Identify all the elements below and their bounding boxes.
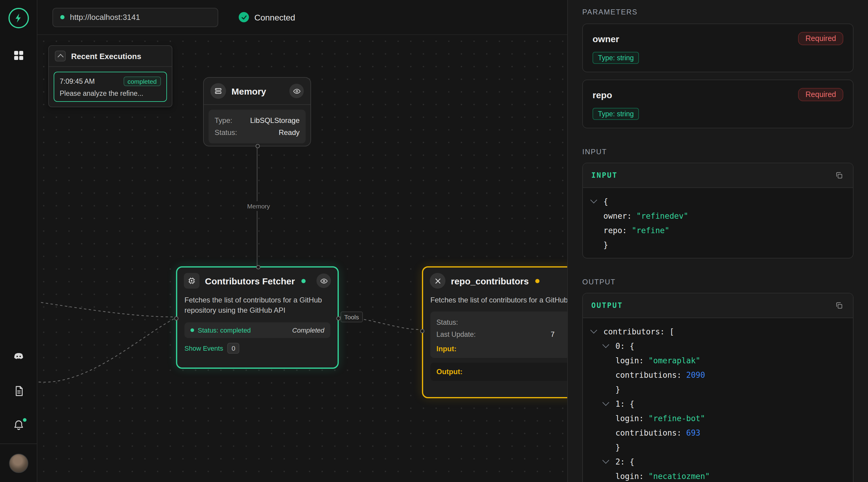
tool-output-section: Output:: [430, 363, 567, 381]
tool-description: Fetches the list of contributors for a G…: [423, 294, 567, 306]
tool-input-label: Input:: [436, 345, 567, 353]
eye-icon[interactable]: [289, 84, 304, 98]
execution-item[interactable]: 7:09:45 AM completed Please analyze the …: [54, 72, 167, 102]
sidebar-divider: [0, 444, 37, 444]
chevron-down-icon[interactable]: [591, 200, 603, 202]
eye-icon[interactable]: [316, 274, 331, 288]
check-icon: [239, 12, 249, 22]
tool-node-title: repo_contributors: [451, 276, 529, 286]
json-line: }: [591, 440, 844, 454]
memory-node-details: Type: LibSQLStorage Status: Ready: [209, 110, 306, 143]
tool-output-label: Output:: [436, 368, 567, 376]
execution-time: 7:09:45 AM: [60, 78, 95, 85]
json-line: repo: "refine": [591, 223, 844, 237]
memory-icon: [210, 83, 226, 99]
repo-contributors-node[interactable]: repo_contributors Fetches the list of co…: [422, 266, 567, 398]
sidebar: [0, 0, 37, 482]
param-card-owner: owner Required Type: string: [582, 24, 854, 72]
chevron-down-icon[interactable]: [591, 330, 603, 332]
apps-grid-icon[interactable]: [11, 48, 26, 63]
json-line: {: [591, 194, 844, 208]
required-badge: Required: [798, 88, 843, 101]
show-events-link[interactable]: Show Events: [184, 345, 223, 352]
avatar[interactable]: [9, 454, 28, 473]
tool-status-section: Status: Last Update: 7 Input:: [430, 312, 567, 358]
discord-icon[interactable]: [11, 349, 26, 364]
chevron-down-icon[interactable]: [603, 460, 615, 463]
edge-label-memory: Memory: [244, 201, 273, 211]
workflow-canvas[interactable]: Memory Tools Recent Executions 7:09:45 A…: [37, 35, 567, 482]
json-line: login: "necatiozmen": [591, 469, 844, 482]
fetcher-input-handle[interactable]: [256, 265, 260, 269]
fetcher-active-dot: [301, 279, 306, 283]
output-card: OUTPUT contributors: [0: {login: "omerap…: [582, 293, 854, 482]
json-line: login: "refine-bot": [591, 411, 844, 425]
input-section-title: INPUT: [582, 148, 854, 156]
docs-icon[interactable]: [11, 384, 26, 398]
execution-status-badge: completed: [123, 76, 161, 86]
fetcher-status-value: Completed: [292, 327, 324, 334]
type-badge: Type: string: [592, 52, 639, 64]
url-status-dot: [60, 15, 64, 19]
recent-executions-title: Recent Executions: [71, 52, 141, 61]
output-json-tree: contributors: [0: {login: "omeraplak"con…: [583, 318, 853, 482]
app-root: http://localhost:3141 Connected Memory T…: [0, 0, 868, 482]
connection-status: Connected: [239, 12, 295, 22]
tool-left-handle[interactable]: [420, 329, 424, 333]
memory-node[interactable]: Memory Type: LibSQLStorage Status: Ready: [203, 77, 311, 147]
contributors-fetcher-node[interactable]: Contributors Fetcher Fetches the list of…: [176, 266, 339, 369]
execution-message: Please analyze the refine...: [60, 90, 161, 97]
json-line: }: [591, 237, 844, 252]
input-card-title: INPUT: [591, 171, 618, 180]
json-line: }: [591, 382, 844, 396]
param-card-repo: repo Required Type: string: [582, 79, 854, 128]
fetcher-right-handle[interactable]: [336, 316, 341, 321]
type-badge: Type: string: [592, 108, 639, 120]
agent-chip-icon: [184, 273, 199, 289]
chevron-down-icon[interactable]: [603, 345, 615, 347]
json-line: login: "omeraplak": [591, 353, 844, 367]
output-section-title: OUTPUT: [582, 278, 854, 286]
json-line: contributions: 2090: [591, 367, 844, 382]
parameters-section-title: PARAMETERS: [582, 8, 854, 16]
copy-icon[interactable]: [834, 170, 844, 181]
memory-status-row: Status: Ready: [215, 127, 300, 138]
json-line: 0: {: [591, 339, 844, 353]
collapse-button[interactable]: [55, 51, 66, 61]
output-card-title: OUTPUT: [591, 301, 623, 310]
memory-output-handle[interactable]: [255, 144, 260, 148]
json-line: owner: "refinedev": [591, 208, 844, 223]
param-name: owner: [592, 33, 619, 44]
tools-icon: [430, 273, 445, 289]
connection-status-label: Connected: [254, 12, 295, 22]
edge-label-tools: Tools: [341, 312, 363, 322]
required-badge: Required: [798, 32, 843, 45]
fetcher-status-text: Status: completed: [198, 327, 251, 334]
recent-executions-panel: Recent Executions 7:09:45 AM completed P…: [48, 45, 173, 107]
bell-icon[interactable]: [11, 418, 26, 432]
recent-executions-header: Recent Executions: [49, 46, 172, 67]
fetcher-status-bar: Status: completed Completed: [184, 322, 330, 338]
input-card: INPUT {owner: "refinedev"repo: "refine"}: [582, 163, 854, 258]
json-line: contributors: [: [591, 324, 844, 339]
notification-dot: [22, 418, 27, 422]
input-json-tree: {owner: "refinedev"repo: "refine"}: [583, 188, 853, 258]
recent-executions-body: 7:09:45 AM completed Please analyze the …: [49, 67, 172, 107]
details-panel: PARAMETERS owner Required Type: string r…: [567, 0, 868, 482]
bolt-logo-icon[interactable]: [8, 8, 29, 28]
fetcher-node-title: Contributors Fetcher: [205, 276, 295, 286]
fetcher-description: Fetches the list of contributors for a G…: [177, 294, 338, 316]
json-line: 1: {: [591, 396, 844, 411]
memory-node-title: Memory: [231, 86, 266, 96]
copy-icon[interactable]: [834, 300, 844, 311]
json-line: contributions: 693: [591, 425, 844, 440]
topbar: http://localhost:3141 Connected: [37, 0, 567, 35]
status-dot-icon: [190, 328, 194, 332]
chevron-down-icon[interactable]: [603, 403, 615, 405]
tool-status-row: Status:: [436, 317, 567, 329]
server-url-text: http://localhost:3141: [70, 13, 140, 22]
server-url-input[interactable]: http://localhost:3141: [53, 7, 218, 27]
param-name: repo: [592, 90, 612, 100]
events-count-badge: 0: [227, 343, 239, 354]
fetcher-left-handle[interactable]: [174, 316, 179, 321]
